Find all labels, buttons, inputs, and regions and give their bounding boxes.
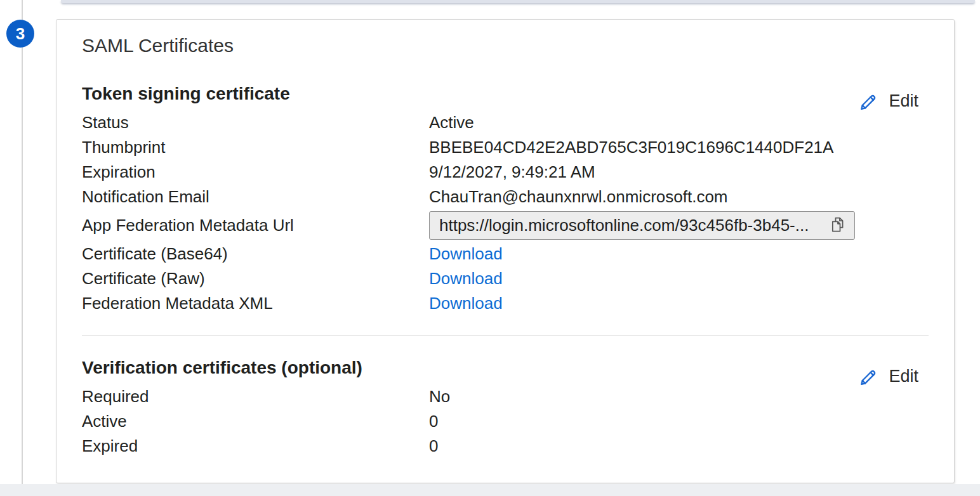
notification-email-value: ChauTran@chaunxnrwl.onmicrosoft.com (429, 185, 918, 209)
status-value: Active (429, 110, 918, 135)
expiration-label: Expiration (82, 160, 429, 185)
edit-button-label: Edit (889, 91, 918, 111)
previous-card-bottom-edge (61, 0, 975, 3)
app-federation-metadata-url-value: https://login.microsoftonline.com/93c456… (439, 216, 824, 235)
section-divider (82, 335, 929, 336)
required-value: No (429, 384, 918, 409)
thumbprint-value: BBEBE04CD42E2ABD765C3F019C1696C1440DF21A (429, 135, 918, 160)
certificate-base64-label: Certificate (Base64) (82, 242, 429, 266)
active-count-value: 0 (429, 409, 918, 434)
thumbprint-row: Thumbprint BBEBE04CD42E2ABD765C3F019C169… (82, 135, 918, 160)
token-signing-certificate-heading: Token signing certificate (82, 84, 290, 104)
card-title: SAML Certificates (82, 35, 234, 56)
download-certificate-base64-link[interactable]: Download (429, 244, 503, 263)
expired-count-row: Expired 0 (82, 434, 918, 459)
app-federation-metadata-url-field[interactable]: https://login.microsoftonline.com/93c456… (429, 211, 855, 240)
edit-token-signing-button[interactable]: Edit (858, 91, 918, 112)
certificate-raw-row: Certificate (Raw) Download (82, 266, 918, 291)
verification-certificates-heading: Verification certificates (optional) (82, 358, 362, 378)
stepper-connector-line (22, 0, 23, 496)
expiration-row: Expiration 9/12/2027, 9:49:21 AM (82, 160, 918, 185)
step-number: 3 (16, 24, 25, 44)
saml-certificates-card: SAML Certificates Token signing certific… (56, 19, 955, 483)
step-3-badge: 3 (6, 20, 34, 48)
required-label: Required (82, 384, 429, 409)
edit-button-label: Edit (889, 367, 918, 386)
app-federation-metadata-url-label: App Federation Metadata Url (82, 211, 429, 240)
token-certificate-details: Status Active Thumbprint BBEBE04CD42E2AB… (82, 110, 918, 209)
notification-email-label: Notification Email (82, 185, 429, 209)
page-background-strip (0, 484, 980, 496)
thumbprint-label: Thumbprint (82, 135, 429, 160)
status-label: Status (82, 110, 429, 135)
required-row: Required No (82, 384, 918, 409)
expired-count-label: Expired (82, 434, 429, 459)
certificate-raw-label: Certificate (Raw) (82, 266, 429, 291)
certificate-download-list: Certificate (Base64) Download Certificat… (82, 242, 918, 316)
download-certificate-raw-link[interactable]: Download (429, 269, 503, 288)
app-federation-metadata-url-row: App Federation Metadata Url https://logi… (82, 211, 918, 240)
federation-metadata-xml-label: Federation Metadata XML (82, 291, 429, 316)
federation-metadata-xml-row: Federation Metadata XML Download (82, 291, 918, 316)
status-row: Status Active (82, 110, 918, 135)
active-count-row: Active 0 (82, 409, 918, 434)
copy-url-button[interactable] (824, 212, 851, 238)
copy-icon (829, 216, 847, 235)
download-federation-metadata-xml-link[interactable]: Download (429, 294, 503, 313)
pencil-icon (858, 91, 879, 112)
certificate-base64-row: Certificate (Base64) Download (82, 242, 918, 266)
active-count-label: Active (82, 409, 429, 434)
notification-email-row: Notification Email ChauTran@chaunxnrwl.o… (82, 185, 918, 209)
expired-count-value: 0 (429, 434, 918, 459)
expiration-value: 9/12/2027, 9:49:21 AM (429, 160, 918, 185)
verification-certificate-details: Required No Active 0 Expired 0 (82, 384, 918, 459)
